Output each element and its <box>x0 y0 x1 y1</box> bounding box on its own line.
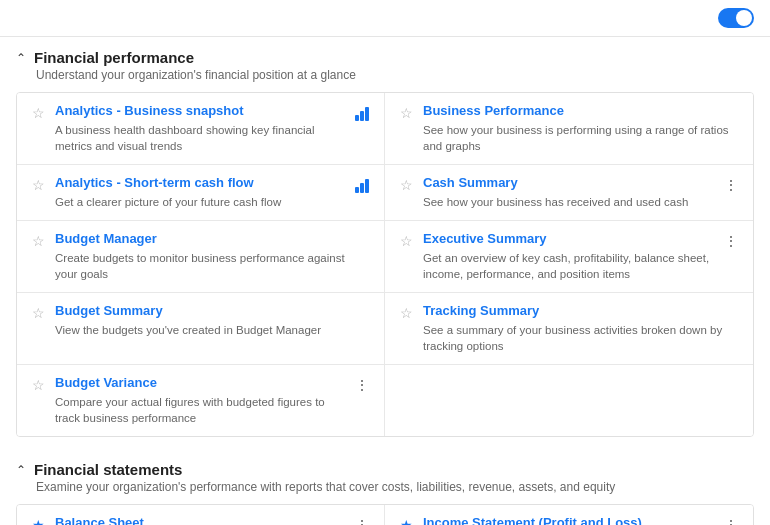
report-actions: ⋮ <box>721 175 741 195</box>
report-name[interactable]: Executive Summary <box>423 231 715 248</box>
report-item: ☆Tracking SummarySee a summary of your b… <box>385 293 753 365</box>
report-item: ☆Executive SummaryGet an overview of key… <box>385 221 753 293</box>
report-text: Business PerformanceSee how your busines… <box>423 103 735 154</box>
report-item: ☆Analytics - Short-term cash flowGet a c… <box>17 165 385 221</box>
report-name[interactable]: Analytics - Business snapshot <box>55 103 346 120</box>
report-description: Compare your actual figures with budgete… <box>55 394 346 426</box>
more-menu-icon[interactable]: ⋮ <box>352 515 372 525</box>
star-icon[interactable]: ☆ <box>29 176 47 194</box>
report-name[interactable]: Budget Manager <box>55 231 366 248</box>
report-name[interactable]: Balance Sheet <box>55 515 346 525</box>
report-name[interactable]: Budget Variance <box>55 375 346 392</box>
report-actions: ⋮ <box>352 515 372 525</box>
report-description: Get an overview of key cash, profitabili… <box>423 250 715 282</box>
bar-chart-icon[interactable] <box>352 103 372 123</box>
report-text: Analytics - Short-term cash flowGet a cl… <box>55 175 346 210</box>
section-chevron-icon[interactable]: ⌃ <box>16 463 26 477</box>
report-text: Budget SummaryView the budgets you've cr… <box>55 303 366 338</box>
section-financial-performance: ⌃Financial performanceUnderstand your or… <box>16 49 754 437</box>
bar-chart-icon[interactable] <box>352 175 372 195</box>
report-actions: ⋮ <box>721 231 741 251</box>
report-text: Executive SummaryGet an overview of key … <box>423 231 715 282</box>
star-icon[interactable]: ☆ <box>397 176 415 194</box>
report-description: See how your business is performing usin… <box>423 122 735 154</box>
report-name[interactable]: Analytics - Short-term cash flow <box>55 175 346 192</box>
top-bar <box>0 0 770 37</box>
report-item: ☆Budget VarianceCompare your actual figu… <box>17 365 385 436</box>
report-name[interactable]: Income Statement (Profit and Loss) <box>423 515 715 525</box>
more-menu-icon[interactable]: ⋮ <box>721 515 741 525</box>
report-text: Income Statement (Profit and Loss)See a … <box>423 515 715 525</box>
section-chevron-icon[interactable]: ⌃ <box>16 51 26 65</box>
report-actions: ⋮ <box>352 375 372 395</box>
section-header-financial-performance: ⌃Financial performance <box>16 49 754 66</box>
more-menu-icon[interactable]: ⋮ <box>352 375 372 395</box>
report-text: Analytics - Business snapshotA business … <box>55 103 346 154</box>
show-descriptions-control <box>710 8 754 28</box>
report-name[interactable]: Cash Summary <box>423 175 715 192</box>
report-item: ☆Analytics - Business snapshotA business… <box>17 93 385 165</box>
section-header-financial-statements: ⌃Financial statements <box>16 461 754 478</box>
report-actions <box>352 103 372 123</box>
star-icon[interactable]: ☆ <box>29 304 47 322</box>
report-description: See how your business has received and u… <box>423 194 715 210</box>
star-icon[interactable]: ☆ <box>29 104 47 122</box>
report-description: Get a clearer picture of your future cas… <box>55 194 346 210</box>
star-icon[interactable]: ☆ <box>29 232 47 250</box>
more-menu-icon[interactable]: ⋮ <box>721 175 741 195</box>
report-item: ☆Budget ManagerCreate budgets to monitor… <box>17 221 385 293</box>
report-item: ☆Budget SummaryView the budgets you've c… <box>17 293 385 365</box>
report-text: Cash SummarySee how your business has re… <box>423 175 715 210</box>
reports-grid: ★Balance SheetSee a snapshot of your org… <box>16 504 754 525</box>
section-financial-statements: ⌃Financial statementsExamine your organi… <box>16 461 754 525</box>
report-item-empty <box>385 365 753 436</box>
star-icon[interactable]: ☆ <box>29 376 47 394</box>
star-icon[interactable]: ☆ <box>397 104 415 122</box>
report-name[interactable]: Tracking Summary <box>423 303 735 320</box>
section-description: Understand your organization's financial… <box>36 68 754 82</box>
section-title: Financial performance <box>34 49 194 66</box>
report-text: Budget ManagerCreate budgets to monitor … <box>55 231 366 282</box>
report-description: A business health dashboard showing key … <box>55 122 346 154</box>
star-active-icon[interactable]: ★ <box>397 516 415 525</box>
star-icon[interactable]: ☆ <box>397 304 415 322</box>
star-active-icon[interactable]: ★ <box>29 516 47 525</box>
report-description: Create budgets to monitor business perfo… <box>55 250 366 282</box>
report-actions <box>352 175 372 195</box>
report-item: ☆Cash SummarySee how your business has r… <box>385 165 753 221</box>
show-descriptions-toggle[interactable] <box>718 8 754 28</box>
toggle-knob <box>736 10 752 26</box>
more-menu-icon[interactable]: ⋮ <box>721 231 741 251</box>
report-item: ★Income Statement (Profit and Loss)See a… <box>385 505 753 525</box>
reports-grid: ☆Analytics - Business snapshotA business… <box>16 92 754 437</box>
main-content: ⌃Financial performanceUnderstand your or… <box>0 37 770 525</box>
report-name[interactable]: Business Performance <box>423 103 735 120</box>
report-item: ☆Business PerformanceSee how your busine… <box>385 93 753 165</box>
report-description: See a summary of your business activitie… <box>423 322 735 354</box>
report-name[interactable]: Budget Summary <box>55 303 366 320</box>
section-description: Examine your organization's performance … <box>36 480 754 494</box>
report-item: ★Balance SheetSee a snapshot of your org… <box>17 505 385 525</box>
report-actions: ⋮ <box>721 515 741 525</box>
section-title: Financial statements <box>34 461 182 478</box>
report-text: Budget VarianceCompare your actual figur… <box>55 375 346 426</box>
report-text: Tracking SummarySee a summary of your bu… <box>423 303 735 354</box>
report-text: Balance SheetSee a snapshot of your orga… <box>55 515 346 525</box>
report-description: View the budgets you've created in Budge… <box>55 322 366 338</box>
star-icon[interactable]: ☆ <box>397 232 415 250</box>
